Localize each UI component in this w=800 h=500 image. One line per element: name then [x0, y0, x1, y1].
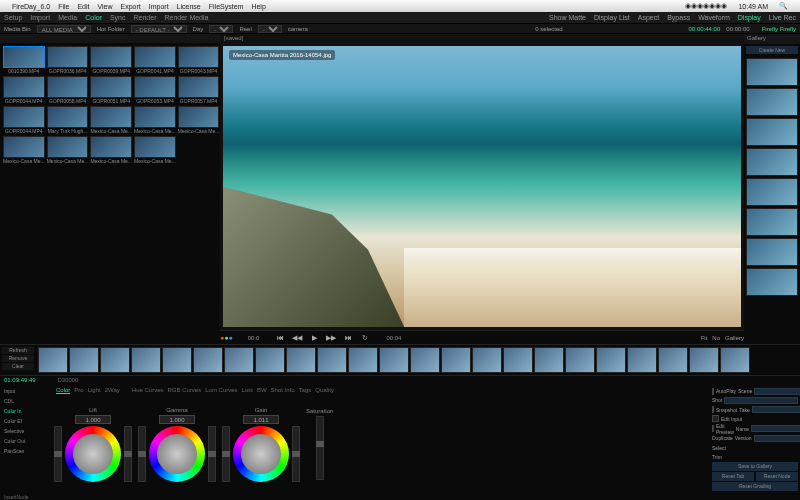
tab-render-media[interactable]: Render Media [164, 14, 208, 21]
insert-node[interactable]: InsertNode [4, 494, 28, 500]
wheel-slider[interactable] [138, 426, 146, 482]
viewer-image[interactable]: Mexico-Casa Martita 2016-14054.jpg [223, 46, 741, 327]
clip-thumb[interactable]: GOPR0043.MP4 [178, 46, 220, 74]
timeline-clip[interactable] [379, 347, 409, 373]
autoplay-checkbox[interactable] [712, 388, 714, 395]
media-bin-select[interactable]: ALL MEDIA [37, 25, 91, 33]
mode-shotinfo[interactable]: Shot Info [271, 387, 295, 393]
tab-setup[interactable]: Setup [4, 14, 22, 21]
gallery-item[interactable] [746, 178, 798, 206]
clear-button[interactable]: Clear [2, 363, 34, 370]
timeline-clip[interactable] [410, 347, 440, 373]
scene-input[interactable] [754, 388, 800, 395]
timeline-clip[interactable] [720, 347, 750, 373]
clip-thumb[interactable]: Mexico-Casa Me... [47, 136, 89, 164]
clip-thumb[interactable]: 0010390.MP4 [3, 46, 45, 74]
color-tab-input[interactable]: Input [2, 387, 42, 396]
rgb-icon[interactable]: ●●● [220, 334, 233, 341]
menu-export[interactable]: Export [121, 3, 141, 10]
wheel-slider[interactable] [222, 426, 230, 482]
duplicate-label[interactable]: Duplicate [712, 435, 733, 441]
timeline-clip[interactable] [38, 347, 68, 373]
day-select[interactable]: - [209, 25, 233, 33]
show-matte[interactable]: Show Matte [549, 14, 586, 21]
rewind-icon[interactable]: ⏮ [274, 333, 286, 343]
gallery-button[interactable]: Gallery [725, 335, 744, 341]
tab-color[interactable]: Color [85, 14, 102, 21]
clip-thumb[interactable]: Mexico-Casa Me... [3, 136, 45, 164]
wheel-slider[interactable] [292, 426, 300, 482]
menu-license[interactable]: License [177, 3, 201, 10]
timeline-clip[interactable] [193, 347, 223, 373]
aspect[interactable]: Aspect [638, 14, 659, 21]
waveform[interactable]: Waveform [698, 14, 730, 21]
timeline-clip[interactable] [441, 347, 471, 373]
display[interactable]: Display [738, 14, 761, 21]
timeline-clip[interactable] [162, 347, 192, 373]
timeline-strip[interactable] [36, 345, 800, 375]
wheel-slider[interactable] [208, 426, 216, 482]
menu-filesystem[interactable]: FileSystem [209, 3, 244, 10]
clip-thumb[interactable]: Mexico-Casa Me... [178, 106, 220, 134]
timeline-clip[interactable] [131, 347, 161, 373]
subtab-color[interactable]: Color [56, 387, 70, 394]
menu-view[interactable]: View [97, 3, 112, 10]
gallery-item[interactable] [746, 208, 798, 236]
shot-input[interactable] [724, 397, 798, 404]
clip-thumb[interactable]: GOPR0041.MP4 [134, 46, 176, 74]
mode-rgb[interactable]: RGB Curves [168, 387, 202, 393]
search-icon[interactable]: 🔍 [779, 2, 788, 10]
color-tab-color-ef[interactable]: Color Ef [2, 417, 42, 426]
clip-thumb[interactable]: GOPR0039.MP4 [90, 46, 132, 74]
clip-thumb[interactable]: GOPR0036.MP4 [47, 46, 89, 74]
fit-button[interactable]: Fit [701, 335, 708, 341]
reset-tab-button[interactable]: Reset Tab [712, 472, 754, 481]
clip-thumb[interactable]: GOPR0058.MP4 [47, 76, 89, 104]
gallery-item[interactable] [746, 238, 798, 266]
wheel-value[interactable]: 1.011 [243, 415, 279, 424]
color-tab-color-out[interactable]: Color Out [2, 437, 42, 446]
mode-quality[interactable]: Quality [315, 387, 334, 393]
menu-file[interactable]: File [58, 3, 69, 10]
color-tab-cdl[interactable]: CDL [2, 397, 42, 406]
wheel-slider[interactable] [124, 426, 132, 482]
gallery-item[interactable] [746, 88, 798, 116]
wifi-icon[interactable]: ◉◉◉◉◉◉◉ [685, 2, 727, 10]
no-button[interactable]: No [712, 335, 720, 341]
timeline-clip[interactable] [472, 347, 502, 373]
menu-edit[interactable]: Edit [77, 3, 89, 10]
timeline-clip[interactable] [69, 347, 99, 373]
edit-preview-checkbox[interactable] [712, 425, 714, 432]
timeline-clip[interactable] [596, 347, 626, 373]
timeline-clip[interactable] [565, 347, 595, 373]
gallery-item[interactable] [746, 118, 798, 146]
color-tab-selective[interactable]: Selective [2, 427, 42, 436]
timeline-clip[interactable] [348, 347, 378, 373]
reel-select[interactable]: - [258, 25, 282, 33]
subtab-pro[interactable]: Pro [74, 387, 83, 393]
timeline-clip[interactable] [286, 347, 316, 373]
timeline-clip[interactable] [100, 347, 130, 373]
display-list[interactable]: Display List [594, 14, 630, 21]
clip-thumb[interactable]: GOPR0051.MP4 [90, 76, 132, 104]
app-name[interactable]: FireDay_6.0 [12, 3, 50, 10]
play-icon[interactable]: ▶ [308, 333, 320, 343]
timeline-clip[interactable] [317, 347, 347, 373]
subtab-2way[interactable]: 2Way [105, 387, 120, 393]
timeline-clip[interactable] [658, 347, 688, 373]
mode-tags[interactable]: Tags [299, 387, 312, 393]
tab-media[interactable]: Media [58, 14, 77, 21]
tab-render[interactable]: Render [134, 14, 157, 21]
color-wheel-gain[interactable] [233, 426, 289, 482]
mode-hue[interactable]: Hue Curves [132, 387, 164, 393]
menu-help[interactable]: Help [251, 3, 265, 10]
mode-lum[interactable]: Lum Curves [205, 387, 237, 393]
wheel-slider[interactable] [54, 426, 62, 482]
timeline-clip[interactable] [255, 347, 285, 373]
save-gallery-button[interactable]: Save to Gallery [712, 462, 798, 471]
edit-input-checkbox[interactable] [712, 415, 719, 422]
remove-button[interactable]: Remove [2, 355, 34, 362]
subtab-light[interactable]: Light [88, 387, 101, 393]
clip-thumb[interactable]: Mary Turk Hugh... [47, 106, 89, 134]
clip-thumb[interactable]: Mexico-Casa Me... [90, 136, 132, 164]
